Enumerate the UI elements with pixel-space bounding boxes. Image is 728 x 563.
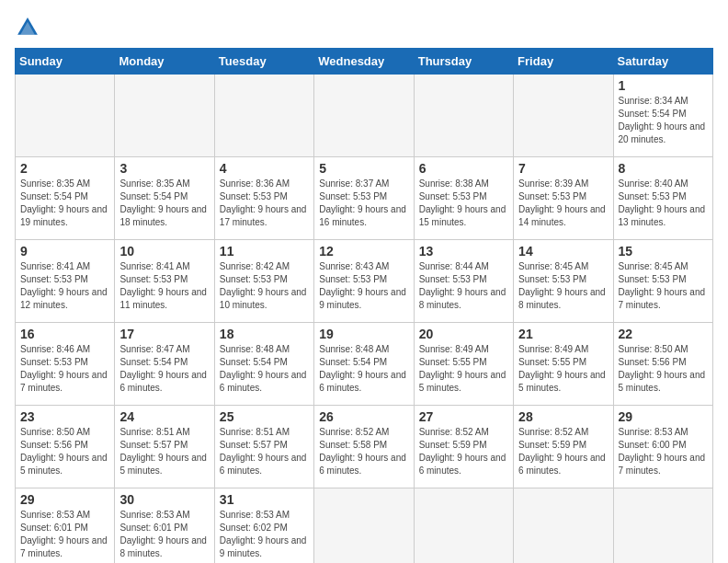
day-info: Sunrise: 8:38 AM Sunset: 5:53 PM Dayligh…: [419, 178, 508, 229]
weekday-header: Thursday: [414, 49, 513, 75]
day-info: Sunrise: 8:53 AM Sunset: 6:00 PM Dayligh…: [619, 426, 708, 477]
day-info: Sunrise: 8:41 AM Sunset: 5:53 PM Dayligh…: [119, 260, 209, 312]
calendar-day-cell: [214, 75, 313, 157]
day-number: 31: [220, 492, 309, 507]
calendar-day-cell: [16, 75, 115, 157]
day-number: 25: [220, 409, 309, 424]
calendar-day-cell: 12 Sunrise: 8:43 AM Sunset: 5:53 PM Dayl…: [314, 240, 414, 323]
calendar-day-cell: 2 Sunrise: 8:35 AM Sunset: 5:54 PM Dayli…: [16, 157, 115, 240]
calendar-day-cell: 1 Sunrise: 8:34 AM Sunset: 5:54 PM Dayli…: [613, 75, 712, 157]
calendar-day-cell: 10 Sunrise: 8:41 AM Sunset: 5:53 PM Dayl…: [115, 240, 214, 323]
day-number: 30: [119, 492, 209, 507]
day-info: Sunrise: 8:41 AM Sunset: 5:53 PM Dayligh…: [20, 260, 109, 312]
day-number: 11: [220, 244, 309, 259]
day-number: 6: [419, 161, 508, 176]
day-info: Sunrise: 8:36 AM Sunset: 5:53 PM Dayligh…: [220, 178, 309, 229]
calendar-day-cell: 24 Sunrise: 8:51 AM Sunset: 5:57 PM Dayl…: [115, 406, 214, 488]
day-number: 23: [20, 409, 109, 424]
calendar-day-cell: 8 Sunrise: 8:40 AM Sunset: 5:53 PM Dayli…: [613, 157, 712, 240]
day-number: 16: [20, 327, 109, 341]
day-info: Sunrise: 8:52 AM Sunset: 5:59 PM Dayligh…: [419, 426, 508, 477]
calendar-day-cell: 29 Sunrise: 8:53 AM Sunset: 6:01 PM Dayl…: [16, 488, 115, 564]
day-number: 13: [419, 244, 508, 259]
calendar-day-cell: 18 Sunrise: 8:48 AM Sunset: 5:54 PM Dayl…: [214, 323, 313, 406]
weekday-header: Sunday: [16, 49, 115, 75]
calendar-week-row: 23 Sunrise: 8:50 AM Sunset: 5:56 PM Dayl…: [16, 406, 713, 488]
calendar-day-cell: 19 Sunrise: 8:48 AM Sunset: 5:54 PM Dayl…: [314, 323, 414, 406]
weekday-header: Tuesday: [214, 49, 313, 75]
day-number: 29: [20, 492, 109, 507]
calendar-day-cell: 21 Sunrise: 8:49 AM Sunset: 5:55 PM Dayl…: [514, 323, 613, 406]
calendar-day-cell: 22 Sunrise: 8:50 AM Sunset: 5:56 PM Dayl…: [613, 323, 712, 406]
calendar-day-cell: 9 Sunrise: 8:41 AM Sunset: 5:53 PM Dayli…: [16, 240, 115, 323]
day-number: 4: [220, 161, 309, 176]
day-info: Sunrise: 8:43 AM Sunset: 5:53 PM Dayligh…: [319, 260, 408, 312]
day-info: Sunrise: 8:39 AM Sunset: 5:53 PM Dayligh…: [518, 178, 608, 229]
day-number: 19: [319, 327, 408, 341]
day-info: Sunrise: 8:45 AM Sunset: 5:53 PM Dayligh…: [518, 260, 608, 312]
day-number: 7: [518, 161, 608, 176]
day-info: Sunrise: 8:51 AM Sunset: 5:57 PM Dayligh…: [119, 426, 209, 477]
day-info: Sunrise: 8:53 AM Sunset: 6:02 PM Dayligh…: [220, 509, 309, 560]
day-number: 10: [119, 244, 209, 259]
calendar-week-row: 1 Sunrise: 8:34 AM Sunset: 5:54 PM Dayli…: [16, 75, 713, 157]
day-info: Sunrise: 8:35 AM Sunset: 5:54 PM Dayligh…: [20, 178, 109, 229]
day-number: 17: [119, 327, 209, 341]
calendar-day-cell: 13 Sunrise: 8:44 AM Sunset: 5:53 PM Dayl…: [414, 240, 513, 323]
calendar-day-cell: 27 Sunrise: 8:52 AM Sunset: 5:59 PM Dayl…: [414, 406, 513, 488]
day-info: Sunrise: 8:44 AM Sunset: 5:53 PM Dayligh…: [419, 260, 508, 312]
day-number: 24: [119, 409, 209, 424]
calendar-day-cell: 15 Sunrise: 8:45 AM Sunset: 5:53 PM Dayl…: [613, 240, 712, 323]
day-info: Sunrise: 8:50 AM Sunset: 5:56 PM Dayligh…: [20, 426, 109, 477]
calendar-day-cell: 26 Sunrise: 8:52 AM Sunset: 5:58 PM Dayl…: [314, 406, 414, 488]
calendar-week-row: 16 Sunrise: 8:46 AM Sunset: 5:53 PM Dayl…: [16, 323, 713, 406]
logo-icon: [15, 15, 40, 40]
calendar-day-cell: 3 Sunrise: 8:35 AM Sunset: 5:54 PM Dayli…: [115, 157, 214, 240]
calendar-day-cell: [414, 488, 513, 564]
day-number: 9: [20, 244, 109, 259]
day-info: Sunrise: 8:45 AM Sunset: 5:53 PM Dayligh…: [619, 260, 708, 312]
day-number: 12: [319, 244, 408, 259]
calendar-week-row: 2 Sunrise: 8:35 AM Sunset: 5:54 PM Dayli…: [16, 157, 713, 240]
day-number: 22: [619, 327, 708, 341]
day-number: 26: [319, 409, 408, 424]
calendar-day-cell: 7 Sunrise: 8:39 AM Sunset: 5:53 PM Dayli…: [514, 157, 613, 240]
calendar-day-cell: [314, 75, 414, 157]
day-info: Sunrise: 8:53 AM Sunset: 6:01 PM Dayligh…: [20, 509, 109, 560]
calendar-day-cell: 31 Sunrise: 8:53 AM Sunset: 6:02 PM Dayl…: [214, 488, 313, 564]
calendar-day-cell: 17 Sunrise: 8:47 AM Sunset: 5:54 PM Dayl…: [115, 323, 214, 406]
calendar-table: SundayMondayTuesdayWednesdayThursdayFrid…: [15, 48, 713, 563]
calendar-day-cell: [314, 488, 414, 564]
day-info: Sunrise: 8:50 AM Sunset: 5:56 PM Dayligh…: [619, 343, 708, 395]
calendar-day-cell: [514, 75, 613, 157]
calendar-week-row: 29 Sunrise: 8:53 AM Sunset: 6:01 PM Dayl…: [16, 488, 713, 564]
calendar-day-cell: 6 Sunrise: 8:38 AM Sunset: 5:53 PM Dayli…: [414, 157, 513, 240]
day-number: 14: [518, 244, 608, 259]
calendar-day-cell: 28 Sunrise: 8:52 AM Sunset: 5:59 PM Dayl…: [514, 406, 613, 488]
day-number: 5: [319, 161, 408, 176]
day-info: Sunrise: 8:51 AM Sunset: 5:57 PM Dayligh…: [220, 426, 309, 477]
day-info: Sunrise: 8:37 AM Sunset: 5:53 PM Dayligh…: [319, 178, 408, 229]
calendar-day-cell: 14 Sunrise: 8:45 AM Sunset: 5:53 PM Dayl…: [514, 240, 613, 323]
calendar-day-cell: 29 Sunrise: 8:53 AM Sunset: 6:00 PM Dayl…: [613, 406, 712, 488]
calendar-day-cell: [115, 75, 214, 157]
calendar-day-cell: 20 Sunrise: 8:49 AM Sunset: 5:55 PM Dayl…: [414, 323, 513, 406]
logo: [15, 15, 44, 40]
day-info: Sunrise: 8:52 AM Sunset: 5:58 PM Dayligh…: [319, 426, 408, 477]
day-info: Sunrise: 8:35 AM Sunset: 5:54 PM Dayligh…: [119, 178, 209, 229]
day-number: 8: [619, 161, 708, 176]
day-info: Sunrise: 8:53 AM Sunset: 6:01 PM Dayligh…: [119, 509, 209, 560]
calendar-day-cell: [613, 488, 712, 564]
weekday-header-row: SundayMondayTuesdayWednesdayThursdayFrid…: [16, 49, 713, 75]
calendar-day-cell: 16 Sunrise: 8:46 AM Sunset: 5:53 PM Dayl…: [16, 323, 115, 406]
day-info: Sunrise: 8:52 AM Sunset: 5:59 PM Dayligh…: [518, 426, 608, 477]
page-header: [15, 15, 713, 40]
day-info: Sunrise: 8:49 AM Sunset: 5:55 PM Dayligh…: [419, 343, 508, 395]
calendar-day-cell: 5 Sunrise: 8:37 AM Sunset: 5:53 PM Dayli…: [314, 157, 414, 240]
weekday-header: Saturday: [613, 49, 712, 75]
calendar-day-cell: 25 Sunrise: 8:51 AM Sunset: 5:57 PM Dayl…: [214, 406, 313, 488]
day-number: 21: [518, 327, 608, 341]
calendar-week-row: 9 Sunrise: 8:41 AM Sunset: 5:53 PM Dayli…: [16, 240, 713, 323]
day-info: Sunrise: 8:42 AM Sunset: 5:53 PM Dayligh…: [220, 260, 309, 312]
calendar-day-cell: [414, 75, 513, 157]
